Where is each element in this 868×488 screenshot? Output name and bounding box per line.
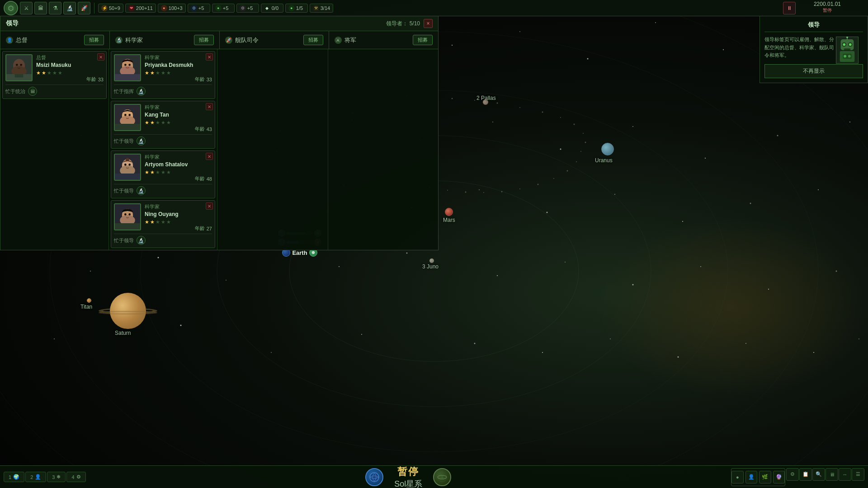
bottom-tab-4[interactable]: 4 ⚙ — [66, 472, 85, 482]
scientist-card-header-1: 科学家 Priyanka Desmukh ★ ★ ★ ★ ★ 年龄 33 — [114, 54, 212, 83]
governor-card-header: 总督 Msizi Masuku ★ ★ ★ ★ ★ 年龄 33 — [5, 54, 104, 83]
minimap-btn-2[interactable]: 👤 — [745, 471, 758, 483]
svg-point-142 — [849, 43, 852, 46]
svg-point-71 — [585, 142, 586, 143]
tab-general[interactable]: ⚔ 将军 招募 — [329, 31, 438, 49]
titan-planet[interactable] — [87, 298, 91, 303]
galaxy-button[interactable] — [433, 468, 451, 486]
action-icon-4[interactable]: 🔬 — [63, 2, 76, 14]
svg-point-39 — [226, 280, 226, 281]
minimap-btn-4[interactable]: 🔮 — [773, 471, 785, 483]
svg-point-128 — [128, 164, 131, 166]
svg-point-44 — [632, 284, 634, 286]
scientist-info-3: 科学家 Artyom Shatalov ★ ★ ★ ★ ★ 年龄 48 — [145, 154, 212, 182]
info-panel: 领导 领导标签页可以雇佣、解散、 — [760, 16, 868, 83]
admiral-recruit-button[interactable]: 招募 — [303, 35, 323, 45]
minimap-icons: ● 👤 🌿 🔮 ⚙ 📋 🔍 🖥 ↔ ☰ — [727, 466, 868, 488]
scientist-info-2: 科学家 Kang Tan ★ ★ ★ ★ ★ 年龄 43 — [145, 104, 212, 132]
resource-food: ● 100+3 — [158, 4, 186, 13]
action-icon-1[interactable]: ⚔ — [20, 2, 33, 14]
empire-logo[interactable]: ⬡ — [4, 1, 18, 15]
pause-button[interactable]: ⏸ — [783, 2, 796, 14]
scientist-card-1[interactable]: 科学家 Priyanka Desmukh ★ ★ ★ ★ ★ 年龄 33 — [111, 51, 215, 99]
bottom-tab-3[interactable]: 3 ❄ — [47, 472, 66, 482]
admiral-column — [217, 49, 328, 250]
scientist-status-2: 忙于领导 🔬 — [114, 134, 212, 145]
action-icon-5[interactable]: 🚀 — [78, 2, 90, 14]
saturn-planet[interactable] — [103, 293, 153, 329]
scientist-role-2: 科学家 — [145, 104, 212, 111]
scientist-status-icon-4: 🔬 — [137, 236, 146, 245]
minimap-btn-7[interactable]: 🔍 — [812, 468, 825, 481]
dismiss-info-button[interactable]: 不再显示 — [764, 64, 863, 78]
scientist-age-label-1: 年龄 — [195, 76, 205, 83]
action-icon-3[interactable]: ⚗ — [49, 2, 61, 14]
governor-role-1: 总督 — [36, 54, 104, 61]
globe-button[interactable] — [365, 468, 383, 486]
action-icon-2[interactable]: 🏛 — [34, 2, 47, 14]
tab-scientist[interactable]: 🔬 科学家 招募 — [110, 31, 219, 49]
svg-point-87 — [483, 192, 484, 193]
scientist-card-3[interactable]: 科学家 Artyom Shatalov ★ ★ ★ ★ ★ 年龄 48 — [111, 150, 215, 198]
sci2-star-5: ★ — [166, 120, 171, 126]
svg-point-63 — [452, 98, 453, 99]
bottom-tab-2[interactable]: 2 👤 — [25, 472, 46, 482]
governor-recruit-button[interactable]: 招募 — [84, 35, 104, 45]
scientist-age-2: 年龄 43 — [145, 126, 212, 132]
sci4-star-5: ★ — [166, 219, 171, 225]
svg-point-67 — [542, 112, 543, 113]
governor-dismiss-1[interactable]: ✕ — [97, 53, 104, 61]
minimap-btn-3[interactable]: 🌿 — [759, 471, 771, 483]
minimap-btn-6[interactable]: 📋 — [799, 468, 812, 481]
r5-icon: ● — [288, 5, 295, 11]
panel-close-button[interactable]: × — [424, 19, 433, 28]
svg-point-150 — [370, 473, 379, 482]
governor-card-1[interactable]: 总督 Msizi Masuku ★ ★ ★ ★ ★ 年龄 33 — [2, 51, 107, 99]
minimap-btn-1[interactable]: ● — [731, 471, 744, 483]
star-3: ★ — [47, 70, 52, 76]
tab-admiral[interactable]: 🚀 舰队司令 招募 — [220, 31, 329, 49]
uranus-planet[interactable] — [601, 143, 614, 155]
scientist-face-2 — [115, 105, 140, 130]
bottom-tab-1[interactable]: 1 🌍 — [4, 472, 24, 482]
juno-planet[interactable] — [429, 258, 434, 263]
general-recruit-button[interactable]: 招募 — [413, 35, 433, 45]
scientist-dismiss-1[interactable]: ✕ — [206, 53, 213, 61]
info-panel-description: 领导标签页可以雇佣、解散、分配空闲的总督、科学家、舰队司令和将军。 — [764, 36, 836, 60]
sci2-star-1: ★ — [145, 120, 149, 126]
governor-status-text-1: 忙于统治 — [5, 88, 25, 95]
svg-point-121 — [124, 114, 127, 116]
svg-rect-136 — [115, 223, 140, 230]
mars-planet[interactable] — [445, 208, 453, 216]
tab-governor[interactable]: 👤 总督 招募 — [0, 31, 110, 49]
star-5: ★ — [58, 70, 62, 76]
governor-name-1: Msizi Masuku — [36, 62, 104, 68]
scientist-dismiss-2[interactable]: ✕ — [206, 103, 213, 110]
svg-point-115 — [124, 64, 127, 66]
svg-point-23 — [777, 135, 778, 136]
date-display: 2200.01.01 暂停 — [814, 1, 841, 14]
scientist-card-header-2: 科学家 Kang Tan ★ ★ ★ ★ ★ 年龄 43 — [114, 104, 212, 132]
tab-num-3: 3 — [52, 474, 55, 480]
scientist-dismiss-4[interactable]: ✕ — [206, 202, 213, 210]
minimap-btn-9[interactable]: ↔ — [839, 468, 851, 481]
sci-star-1: ★ — [145, 70, 149, 76]
pallas-planet[interactable] — [483, 99, 488, 105]
scientist-card-2[interactable]: 科学家 Kang Tan ★ ★ ★ ★ ★ 年龄 43 — [111, 101, 215, 149]
sci4-star-1: ★ — [145, 219, 149, 225]
minimap-btn-8[interactable]: 🖥 — [826, 468, 838, 481]
sci3-star-5: ★ — [166, 169, 171, 175]
general-column — [328, 49, 439, 250]
scientist-name-2: Kang Tan — [145, 112, 212, 118]
scientist-card-4[interactable]: 科学家 Ning Ouyang ★ ★ ★ ★ ★ 年龄 27 — [111, 200, 215, 248]
sci-star-2: ★ — [150, 70, 155, 76]
scientist-recruit-button[interactable]: 招募 — [194, 35, 214, 45]
minimap-btn-10[interactable]: ☰ — [852, 468, 864, 481]
svg-point-83 — [553, 178, 554, 179]
minimap-btn-5[interactable]: ⚙ — [786, 468, 799, 481]
scientist-age-value-4: 27 — [207, 226, 212, 231]
scientist-info-4: 科学家 Ning Ouyang ★ ★ ★ ★ ★ 年龄 27 — [145, 203, 212, 232]
sci2-star-4: ★ — [161, 120, 165, 126]
scientist-dismiss-3[interactable]: ✕ — [206, 153, 213, 160]
scientist-face-4 — [115, 204, 140, 230]
